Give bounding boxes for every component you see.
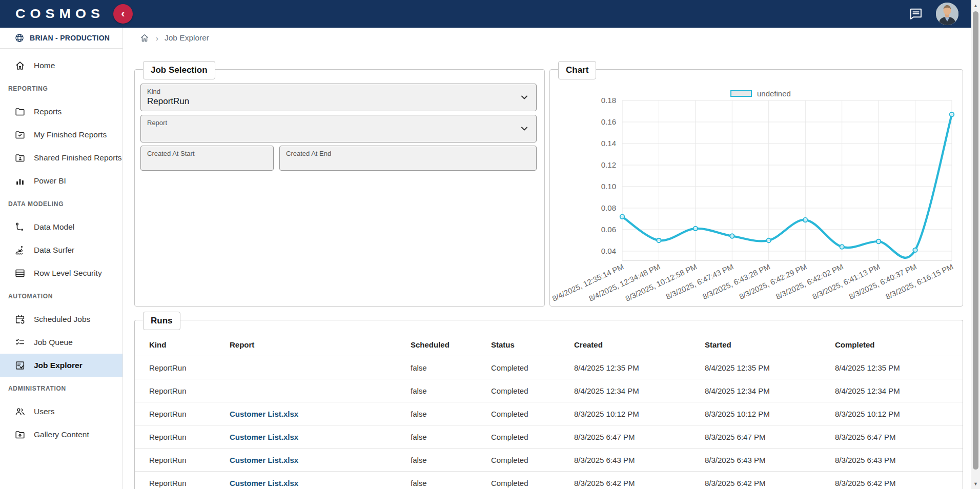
cell-status: Completed [491, 456, 574, 464]
cell-status: Completed [491, 410, 574, 418]
sidebar-item-label: Job Queue [34, 338, 73, 347]
users-icon [14, 406, 26, 417]
sidebar-item-label: Data Model [34, 222, 74, 232]
scrollbar-thumb[interactable] [973, 11, 978, 470]
table-row: ReportRun Customer List.xlsx false Compl… [135, 402, 963, 425]
cell-kind: ReportRun [149, 386, 230, 395]
cell-completed: 8/4/2025 12:34 PM [835, 386, 963, 395]
svg-text:8/3/2025, 6:41:13 PM: 8/3/2025, 6:41:13 PM [811, 262, 881, 301]
report-link[interactable]: Customer List.xlsx [230, 479, 298, 487]
section-label-automation: AUTOMATION [0, 284, 122, 308]
sidebar-item-my-finished-reports[interactable]: My Finished Reports [0, 123, 122, 146]
svg-text:0.08: 0.08 [601, 203, 616, 212]
sidebar-item-power-bi[interactable]: Power BI [0, 169, 122, 192]
column-header-completed: Completed [835, 340, 963, 349]
cell-started: 8/3/2025 10:12 PM [705, 410, 835, 418]
scroll-down-arrow[interactable]: ▼ [971, 479, 980, 488]
breadcrumb-current: Job Explorer [165, 33, 209, 43]
cell-created: 8/3/2025 10:12 PM [574, 410, 705, 418]
kind-value: ReportRun [147, 96, 189, 107]
cell-report: Customer List.xlsx [230, 456, 411, 464]
svg-text:8/3/2025, 6:40:37 PM: 8/3/2025, 6:40:37 PM [848, 262, 918, 301]
column-header-status: Status [491, 340, 574, 349]
cell-kind: ReportRun [149, 410, 230, 418]
user-avatar[interactable] [936, 3, 958, 25]
checklist-icon [14, 337, 26, 348]
table-row: ReportRun false Completed 8/4/2025 12:34… [135, 379, 963, 402]
folder-upload-icon [14, 429, 26, 440]
runs-table: Kind Report Scheduled Status Created Sta… [135, 334, 963, 489]
breadcrumb-home-icon[interactable] [139, 33, 150, 43]
sidebar-item-row-level-security[interactable]: Row Level Security [0, 261, 122, 284]
sidebar-item-data-model[interactable]: Data Model [0, 215, 122, 238]
cell-scheduled: false [411, 433, 491, 441]
job-explorer-icon [14, 360, 26, 371]
globe-icon [14, 33, 25, 43]
cell-started: 8/3/2025 6:42 PM [705, 479, 835, 487]
column-header-kind: Kind [149, 340, 230, 349]
breadcrumb: › Job Explorer [139, 33, 209, 43]
sidebar-item-data-surfer[interactable]: Data Surfer [0, 238, 122, 261]
report-link[interactable]: Customer List.xlsx [230, 456, 298, 464]
svg-text:0.16: 0.16 [601, 117, 616, 126]
vertical-scrollbar: ▲ ▼ [971, 0, 980, 489]
sidebar-item-gallery-content[interactable]: Gallery Content [0, 423, 122, 446]
sidebar-item-label: Power BI [34, 176, 66, 186]
sidebar-nav: Home REPORTING Reports My Finished Repor… [0, 49, 122, 446]
sidebar-item-label: Reports [34, 107, 62, 116]
report-link[interactable]: Customer List.xlsx [230, 433, 298, 441]
report-link[interactable]: Customer List.xlsx [230, 410, 298, 418]
sidebar-item-label: Scheduled Jobs [34, 315, 90, 324]
sidebar-item-users[interactable]: Users [0, 400, 122, 423]
cell-scheduled: false [411, 363, 491, 372]
cell-completed: 8/3/2025 6:43 PM [835, 456, 963, 464]
column-header-scheduled: Scheduled [411, 340, 491, 349]
report-label: Report [147, 119, 167, 127]
created-at-start-input[interactable]: Created At Start [140, 146, 274, 171]
cell-scheduled: false [411, 456, 491, 464]
top-navbar: COSMOS ‹ [0, 0, 980, 28]
table-rows-icon [14, 268, 26, 279]
cell-started: 8/4/2025 12:34 PM [705, 386, 835, 395]
created-at-end-input[interactable]: Created At End [279, 146, 537, 171]
svg-text:0.12: 0.12 [601, 160, 616, 169]
data-surfer-icon [14, 244, 26, 256]
breadcrumb-separator: › [156, 34, 158, 43]
sidebar-item-reports[interactable]: Reports [0, 100, 122, 123]
sidebar: BRIAN - PRODUCTION Home REPORTING Report… [0, 28, 123, 489]
table-row: ReportRun Customer List.xlsx false Compl… [135, 472, 963, 489]
runs-title: Runs [143, 312, 180, 330]
sidebar-item-home[interactable]: Home [0, 54, 122, 77]
svg-text:8/3/2025, 6:42:02 PM: 8/3/2025, 6:42:02 PM [774, 262, 845, 301]
cell-status: Completed [491, 363, 574, 372]
table-header-row: Kind Report Scheduled Status Created Sta… [135, 334, 963, 356]
sidebar-item-label: Data Surfer [34, 246, 74, 255]
sidebar-item-job-queue[interactable]: Job Queue [0, 331, 122, 354]
avatar-photo-icon [936, 3, 958, 25]
column-header-report: Report [230, 340, 411, 349]
cell-completed: 8/3/2025 10:12 PM [835, 410, 963, 418]
report-select[interactable]: Report [140, 115, 537, 142]
sidebar-item-shared-finished-reports[interactable]: Shared Finished Reports [0, 146, 122, 169]
sidebar-item-label: Shared Finished Reports [34, 153, 121, 162]
folder-person-icon [14, 152, 26, 164]
kind-select[interactable]: Kind ReportRun [140, 84, 537, 111]
cell-report: Customer List.xlsx [230, 410, 411, 418]
column-header-created: Created [574, 340, 705, 349]
app-window: COSMOS ‹ [0, 0, 980, 489]
sidebar-item-job-explorer[interactable]: Job Explorer [0, 354, 122, 377]
chevron-down-icon [521, 126, 528, 132]
cell-completed: 8/3/2025 6:47 PM [835, 433, 963, 441]
chart-panel: Chart undefined 0.040.060.080.100.120.14… [549, 69, 963, 307]
cell-status: Completed [491, 479, 574, 487]
scroll-up-arrow[interactable]: ▲ [971, 1, 980, 10]
table-row: ReportRun Customer List.xlsx false Compl… [135, 449, 963, 472]
data-model-icon [14, 221, 26, 233]
chat-icon [908, 6, 924, 22]
sidebar-collapse-button[interactable]: ‹ [113, 4, 133, 24]
cell-scheduled: false [411, 479, 491, 487]
svg-text:8/3/2025, 6:42:29 PM: 8/3/2025, 6:42:29 PM [738, 262, 808, 301]
chat-button[interactable] [907, 5, 925, 23]
cell-created: 8/3/2025 6:47 PM [574, 433, 705, 441]
sidebar-item-scheduled-jobs[interactable]: Scheduled Jobs [0, 308, 122, 331]
